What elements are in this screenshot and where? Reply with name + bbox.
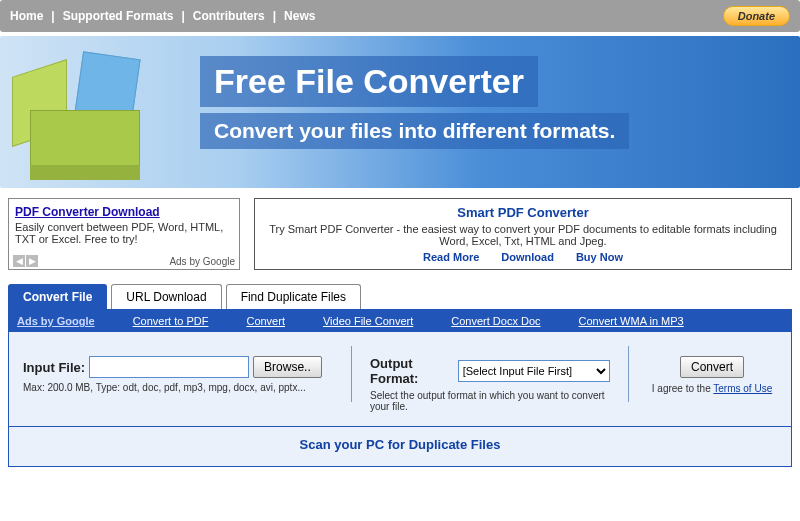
linkbar-ads[interactable]: Ads by Google [17, 315, 95, 327]
browse-button[interactable]: Browse.. [253, 356, 322, 378]
ad-next-icon[interactable]: ▶ [26, 255, 38, 267]
ad-left-title[interactable]: PDF Converter Download [15, 205, 160, 219]
linkbar-convert[interactable]: Convert [246, 315, 285, 327]
input-hint: Max: 200.0 MB, Type: odt, doc, pdf, mp3,… [23, 382, 333, 393]
linkbar-video[interactable]: Video File Convert [323, 315, 413, 327]
input-column: Input File: Browse.. Max: 200.0 MB, Type… [23, 356, 333, 393]
convert-button[interactable]: Convert [680, 356, 744, 378]
linkbar-wma[interactable]: Convert WMA in MP3 [579, 315, 684, 327]
donate-button[interactable]: Donate [723, 6, 790, 26]
scan-footer: Scan your PC for Duplicate Files [8, 427, 792, 467]
output-format-label: Output Format: [370, 356, 454, 386]
linkbar-pdf[interactable]: Convert to PDF [133, 315, 209, 327]
action-column: Convert I agree to the Terms of Use [647, 356, 777, 394]
nav-contributors[interactable]: Contributers [193, 9, 265, 23]
ad-link-readmore[interactable]: Read More [423, 251, 479, 263]
tab-convert-file[interactable]: Convert File [8, 284, 107, 309]
output-column: Output Format: [Select Input File First]… [370, 356, 610, 412]
nav-home[interactable]: Home [10, 9, 43, 23]
hero-subtitle: Convert your files into different format… [200, 113, 629, 149]
ad-left-box: PDF Converter Download Easily convert be… [8, 198, 240, 270]
ad-pager: ◀ ▶ [13, 255, 38, 267]
ad-left-desc: Easily convert between PDF, Word, HTML, … [15, 221, 233, 245]
tab-bar: Convert File URL Download Find Duplicate… [0, 284, 800, 309]
nav-news[interactable]: News [284, 9, 315, 23]
ad-link-download[interactable]: Download [501, 251, 554, 263]
sponsored-linkbar: Ads by Google Convert to PDF Convert Vid… [9, 310, 791, 332]
top-nav: Home| Supported Formats| Contributers| N… [0, 0, 800, 32]
nav-links: Home| Supported Formats| Contributers| N… [10, 9, 315, 23]
hero-title: Free File Converter [200, 56, 538, 107]
terms-link[interactable]: Terms of Use [713, 383, 772, 394]
output-format-select[interactable]: [Select Input File First] [458, 360, 610, 382]
linkbar-docx[interactable]: Convert Docx Doc [451, 315, 540, 327]
tab-url-download[interactable]: URL Download [111, 284, 221, 309]
ad-right-desc: Try Smart PDF Converter - the easiest wa… [261, 223, 785, 247]
tab-find-duplicates[interactable]: Find Duplicate Files [226, 284, 361, 309]
ad-right-box: Smart PDF Converter Try Smart PDF Conver… [254, 198, 792, 270]
scan-link[interactable]: Scan your PC for Duplicate Files [300, 437, 501, 452]
box-illustration [20, 80, 160, 180]
ad-prev-icon[interactable]: ◀ [13, 255, 25, 267]
terms-text: I agree to the Terms of Use [647, 383, 777, 394]
hero-banner: Free File Converter Convert your files i… [0, 36, 800, 188]
input-file-label: Input File: [23, 360, 85, 375]
main-panel: Ads by Google Convert to PDF Convert Vid… [8, 309, 792, 427]
ad-right-title: Smart PDF Converter [261, 205, 785, 220]
output-hint: Select the output format in which you wa… [370, 390, 610, 412]
ad-link-buynow[interactable]: Buy Now [576, 251, 623, 263]
nav-formats[interactable]: Supported Formats [63, 9, 174, 23]
ad-left-attribution: Ads by Google [169, 256, 235, 267]
input-file-field[interactable] [89, 356, 249, 378]
